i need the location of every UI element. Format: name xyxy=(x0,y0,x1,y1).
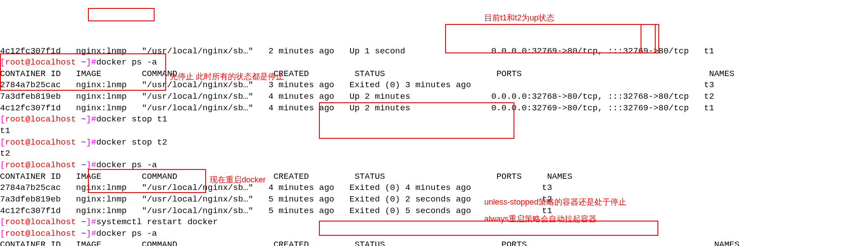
terminal-text: docker ps -a xyxy=(96,160,157,170)
terminal-text: [ xyxy=(0,137,5,147)
terminal-text: ~ xyxy=(81,217,86,227)
terminal-text: [ xyxy=(0,57,5,67)
terminal-line: [root@localhost ~]#docker stop t1 xyxy=(0,114,868,125)
terminal-text: docker stop t2 xyxy=(96,137,167,147)
annotation-text: 先停止 此时所有的状态都是停止 xyxy=(170,71,284,82)
terminal-text: root@localhost xyxy=(5,229,81,238)
terminal-line: 4c12fc307f1d nginx:lnmp "/usr/local/ngin… xyxy=(0,103,868,114)
terminal-line: CONTAINER ID IMAGE COMMAND CREATED STATU… xyxy=(0,239,868,246)
terminal-text: 4c12fc307f1d nginx:lnmp "/usr/local/ngin… xyxy=(0,103,714,113)
terminal-line: [root@localhost ~]#docker ps -a xyxy=(0,160,868,171)
terminal-text: 4c12fc307f1d nginx:lnmp "/usr/local/ngin… xyxy=(0,206,552,216)
terminal-text: ~ xyxy=(81,57,86,67)
terminal-text: [ xyxy=(0,229,5,238)
terminal-text: ~ xyxy=(81,114,86,124)
terminal-line: 2784a7b25cac nginx:lnmp "/usr/local/ngin… xyxy=(0,80,868,91)
annotation-text: 现在重启docker xyxy=(210,174,266,185)
terminal-line: CONTAINER ID IMAGE COMMAND CREATED STATU… xyxy=(0,171,868,183)
terminal-text: CONTAINER ID IMAGE COMMAND CREATED STATU… xyxy=(0,172,572,181)
annotation-text: unless-stopped策略的容器还是处于停止 xyxy=(484,197,626,207)
terminal-text: docker ps -a xyxy=(96,229,157,238)
terminal-line: [root@localhost ~]#docker ps -a xyxy=(0,228,868,240)
terminal-text: root@localhost xyxy=(5,160,81,170)
terminal-text: ~ xyxy=(81,137,86,147)
terminal-text: root@localhost xyxy=(5,114,81,124)
terminal-line: [root@localhost ~]#docker stop t2 xyxy=(0,137,868,149)
terminal-text: CONTAINER ID IMAGE COMMAND CREATED STATU… xyxy=(0,69,734,79)
terminal-text: ~ xyxy=(81,229,86,238)
terminal-line: 7a3dfeb819eb nginx:lnmp "/usr/local/ngin… xyxy=(0,194,868,206)
terminal-text: t1 xyxy=(0,126,10,136)
terminal-text: 2784a7b25cac nginx:lnmp "/usr/local/ngin… xyxy=(0,183,552,193)
terminal-text: root@localhost xyxy=(5,217,81,227)
terminal-text: ]# xyxy=(86,57,96,67)
annotation-text: always重启策略会自动拉起容器 xyxy=(484,214,597,224)
terminal-output: 4c12fc307f1d nginx:lnmp "/usr/local/ngin… xyxy=(0,46,868,246)
terminal-line: 4c12fc307f1d nginx:lnmp "/usr/local/ngin… xyxy=(0,206,868,217)
terminal-line: t2 xyxy=(0,148,868,160)
terminal-text: ]# xyxy=(86,114,96,124)
terminal-text: ]# xyxy=(86,160,96,170)
terminal-text: systemctl restart docker xyxy=(96,217,218,227)
terminal-text: 7a3dfeb819eb nginx:lnmp "/usr/local/ngin… xyxy=(0,194,552,204)
terminal-line: [root@localhost ~]#systemctl restart doc… xyxy=(0,217,868,228)
terminal-text: [ xyxy=(0,114,5,124)
terminal-text: CONTAINER ID IMAGE COMMAND CREATED STATU… xyxy=(0,240,740,246)
terminal-text: ]# xyxy=(86,217,96,227)
terminal-line: 4c12fc307f1d nginx:lnmp "/usr/local/ngin… xyxy=(0,46,868,57)
terminal-text: ]# xyxy=(86,137,96,147)
terminal-line: 7a3dfeb819eb nginx:lnmp "/usr/local/ngin… xyxy=(0,91,868,103)
terminal-text: ~ xyxy=(81,160,86,170)
terminal-line: t1 xyxy=(0,125,868,137)
terminal-text: [ xyxy=(0,217,5,227)
annotation-text: 目前t1和t2为up状态 xyxy=(484,12,554,23)
terminal-text: docker ps -a xyxy=(96,57,157,67)
terminal-text: ]# xyxy=(86,229,96,238)
terminal-line: 2784a7b25cac nginx:lnmp "/usr/local/ngin… xyxy=(0,182,868,194)
terminal-line: CONTAINER ID IMAGE COMMAND CREATED STATU… xyxy=(0,69,868,80)
terminal-text: t2 xyxy=(0,149,10,158)
terminal-text: 4c12fc307f1d nginx:lnmp "/usr/local/ngin… xyxy=(0,46,714,56)
terminal-text: root@localhost xyxy=(5,137,81,147)
terminal-text: 7a3dfeb819eb nginx:lnmp "/usr/local/ngin… xyxy=(0,92,714,101)
terminal-text: [ xyxy=(0,160,5,170)
terminal-text: root@localhost xyxy=(5,57,81,67)
highlight-box xyxy=(88,8,155,21)
terminal-line: [root@localhost ~]#docker ps -a xyxy=(0,57,868,69)
terminal-text: 2784a7b25cac nginx:lnmp "/usr/local/ngin… xyxy=(0,80,714,90)
terminal-text: docker stop t1 xyxy=(96,114,167,124)
